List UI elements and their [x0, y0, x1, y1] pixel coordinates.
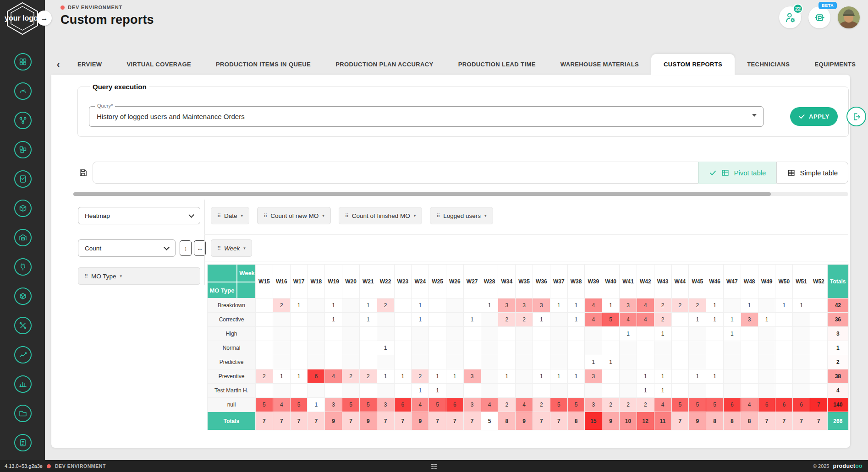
heatmap-cell: 2	[533, 398, 550, 412]
heatmap-cell: 3	[620, 298, 637, 313]
heatmap-cell: 4	[637, 313, 654, 327]
heatmap-cell	[567, 341, 585, 355]
sidebar-item-warehouse[interactable]	[14, 229, 32, 246]
heatmap-cell	[481, 327, 498, 341]
sidebar-item-workflow[interactable]	[14, 112, 32, 129]
heatmap-cell	[308, 341, 325, 355]
heatmap-cell	[602, 384, 620, 398]
heatmap-cell	[394, 384, 412, 398]
field-chip-count-of-finished-mo[interactable]: ⠿Count of finished MO▾	[339, 207, 422, 224]
heatmap-cell: 5	[550, 398, 567, 412]
chevron-down-icon	[164, 244, 170, 250]
save-button[interactable]	[73, 162, 93, 184]
chevron-down-icon: ▾	[484, 213, 487, 218]
tab-virtual-coverage[interactable]: VIRTUAL COVERAGE	[114, 54, 203, 75]
row-field-chip-mo-type[interactable]: ⠿MO Type▾	[78, 267, 200, 285]
heatmap-cell	[706, 327, 724, 341]
apply-button[interactable]: APPLY	[790, 107, 838, 126]
heatmap-cell: 1	[325, 298, 342, 313]
chart-type-select[interactable]: Heatmap	[78, 207, 200, 224]
line-chart-icon	[18, 350, 28, 360]
assistant-button[interactable]: BETA	[808, 6, 830, 28]
avatar[interactable]	[838, 6, 860, 28]
field-chip-date[interactable]: ⠿Date▾	[211, 207, 249, 224]
week-column-header: W21	[359, 265, 377, 298]
tab-equipments[interactable]: EQUIPMENTS	[802, 54, 868, 75]
heatmap-cell: 2	[498, 398, 516, 412]
config-divider	[204, 200, 205, 285]
heatmap-cell	[620, 369, 637, 384]
query-select[interactable]: Query* History of logged users and Maint…	[89, 106, 764, 127]
main-card: Query execution Query* History of logged…	[51, 75, 850, 448]
week-column-header: W26	[446, 265, 463, 298]
sidebar-item-gauge[interactable]	[14, 82, 32, 100]
simple-table-toggle[interactable]: Simple table	[776, 162, 848, 184]
heatmap-cell	[723, 355, 741, 369]
tab-production-items-in-queue[interactable]: PRODUCTION ITEMS IN QUEUE	[203, 54, 323, 75]
sidebar-item-plug[interactable]	[14, 258, 32, 276]
heatmap-cell: 4	[741, 398, 758, 412]
toolbar-spacer	[93, 162, 698, 184]
week-column-header: W15	[256, 265, 273, 298]
package-icon	[18, 203, 28, 213]
heatmap-cell	[810, 313, 828, 327]
sidebar-item-tools[interactable]	[14, 317, 32, 334]
heatmap-cell	[290, 355, 308, 369]
sort-rows-button[interactable]: ↕	[180, 240, 192, 256]
field-chip-logged-users[interactable]: ⠿Logged users▾	[430, 207, 493, 224]
heatmap-cell: 5	[342, 398, 360, 412]
sidebar-item-dashboard[interactable]	[14, 53, 32, 71]
notification-count-badge: 22	[793, 4, 803, 14]
sidebar-item-return-box[interactable]	[14, 288, 32, 305]
tab-production-lead-time[interactable]: PRODUCTION LEAD TIME	[446, 54, 548, 75]
export-button[interactable]	[846, 107, 866, 126]
sidebar-item-line-chart[interactable]	[14, 346, 32, 363]
heatmap-cell	[481, 384, 498, 398]
heatmap-cell: 6	[758, 398, 775, 412]
tabs-scroll-left-icon[interactable]: ‹	[51, 54, 65, 75]
tab-warehouse-materials[interactable]: WAREHOUSE MATERIALS	[548, 54, 651, 75]
sidebar-item-checklist[interactable]	[14, 170, 32, 188]
heatmap-cell	[446, 341, 463, 355]
column-field-chip-week[interactable]: ⠿Week▾	[211, 239, 252, 257]
user-settings-button[interactable]: 22	[779, 6, 801, 28]
scrollbar-thumb[interactable]	[73, 192, 771, 196]
aggregator-select[interactable]: Count	[78, 239, 176, 257]
tab-erview[interactable]: ERVIEW	[65, 54, 114, 75]
pivot-table-toggle[interactable]: Pivot table	[698, 162, 776, 184]
heatmap-cell: 5	[359, 398, 377, 412]
heatmap-cell	[585, 327, 602, 341]
field-chip-count-of-new-mo[interactable]: ⠿Count of new MO▾	[257, 207, 331, 224]
heatmap-cell	[723, 298, 741, 313]
app-grid-button[interactable]	[431, 463, 438, 470]
heatmap-cell	[602, 369, 620, 384]
sidebar-expand-button[interactable]: →	[37, 11, 52, 26]
dashboard-icon	[18, 57, 28, 67]
app-header: your logo → DEV ENVIRONMENT Custom repor…	[0, 0, 868, 36]
logo[interactable]: your logo →	[0, 0, 45, 36]
sidebar-item-folder[interactable]	[14, 405, 32, 422]
sidebar-item-modules[interactable]	[14, 141, 32, 158]
sidebar-item-package[interactable]	[14, 200, 32, 217]
heatmap-cell: 5	[671, 398, 689, 412]
tab-production-plan-accuracy[interactable]: PRODUCTION PLAN ACCURACY	[323, 54, 446, 75]
heatmap-cell	[273, 341, 290, 355]
column-total-cell: 7	[463, 412, 481, 430]
sidebar-item-bar-chart[interactable]	[14, 375, 32, 393]
chevron-down-icon: ▾	[414, 213, 416, 218]
week-column-header: W50	[775, 265, 793, 298]
heatmap-cell: 4	[481, 398, 498, 412]
tab-custom-reports[interactable]: CUSTOM REPORTS	[651, 54, 735, 75]
horizontal-scrollbar[interactable]	[73, 192, 848, 196]
drag-handle-icon: ⠿	[217, 245, 220, 251]
tab-technicians[interactable]: TECHNICIANS	[735, 54, 802, 75]
row-total-cell: 1	[827, 341, 848, 355]
week-column-header: W43	[654, 265, 671, 298]
heatmap-cell	[429, 298, 446, 313]
heatmap-cell: 2	[412, 369, 429, 384]
heatmap-cell: 1	[290, 369, 308, 384]
row-total-cell: 3	[827, 327, 848, 341]
heatmap-cell: 1	[533, 369, 550, 384]
heatmap-cell: 4	[325, 369, 342, 384]
sidebar-item-document[interactable]	[14, 434, 32, 451]
